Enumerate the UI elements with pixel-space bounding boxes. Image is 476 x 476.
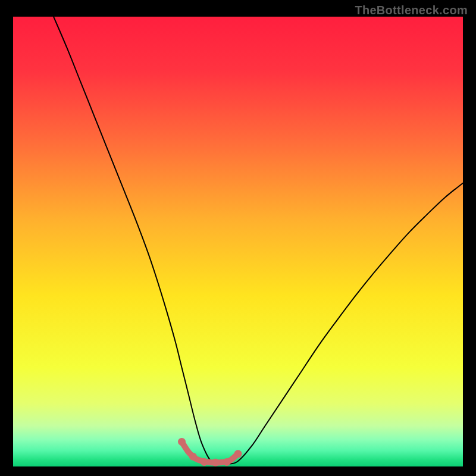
optimal-zone-marker xyxy=(178,438,186,446)
optimal-zone-marker xyxy=(212,459,220,466)
bottleneck-plot xyxy=(13,17,463,466)
optimal-zone-marker xyxy=(223,458,231,466)
chart-stage: TheBottleneck.com xyxy=(0,0,476,476)
optimal-zone-marker xyxy=(189,453,197,461)
plot-background xyxy=(13,17,463,466)
optimal-zone-marker xyxy=(234,450,242,458)
optimal-zone-marker xyxy=(201,458,208,466)
watermark-text: TheBottleneck.com xyxy=(355,4,468,17)
